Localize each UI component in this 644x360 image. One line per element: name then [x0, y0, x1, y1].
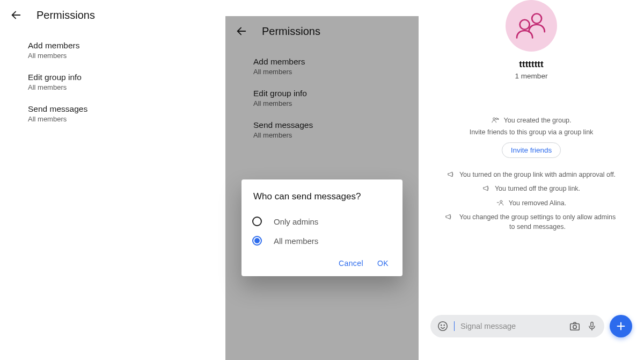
- back-arrow-icon[interactable]: [10, 9, 23, 21]
- radio-label: Only admins: [274, 217, 318, 226]
- member-count: 1 member: [515, 72, 548, 80]
- invite-hint: Invite friends to this group via a group…: [435, 127, 628, 137]
- group-avatar-icon[interactable]: [506, 0, 557, 52]
- svg-point-3: [520, 20, 530, 30]
- ok-button[interactable]: OK: [377, 259, 389, 268]
- megaphone-icon: [447, 170, 455, 178]
- send-messages-dialog: Who can send messages? Only admins All m…: [241, 179, 402, 276]
- setting-send-messages[interactable]: Send messages All members: [0, 98, 225, 129]
- system-link-off: You turned off the group link.: [435, 182, 628, 196]
- radio-only-admins[interactable]: Only admins: [252, 212, 392, 231]
- invite-friends-button[interactable]: Invite friends: [502, 142, 561, 158]
- composer: [430, 315, 604, 337]
- radio-all-members[interactable]: All members: [252, 231, 392, 250]
- system-text: You turned on the group link with admin …: [459, 170, 616, 179]
- svg-point-2: [532, 14, 541, 24]
- svg-point-9: [441, 325, 442, 326]
- svg-point-4: [493, 118, 495, 120]
- radio-icon: [252, 217, 262, 226]
- input-caret: [454, 321, 455, 332]
- camera-icon[interactable]: [569, 320, 581, 332]
- composer-bar: [430, 315, 632, 337]
- setting-add-members[interactable]: Add members All members: [0, 34, 225, 66]
- group-add-icon: [491, 116, 499, 124]
- setting-title: Edit group info: [28, 73, 197, 82]
- radio-label: All members: [274, 236, 318, 246]
- svg-point-6: [500, 200, 502, 203]
- dialog-actions: Cancel OK: [252, 259, 392, 271]
- system-text: You turned off the group link.: [495, 184, 580, 193]
- megaphone-icon: [445, 213, 453, 221]
- emoji-icon[interactable]: [437, 320, 449, 332]
- svg-point-10: [444, 325, 444, 326]
- svg-rect-11: [570, 323, 580, 330]
- setting-title: Add members: [28, 41, 197, 51]
- system-settings-changed: You changed the group settings to only a…: [435, 210, 628, 234]
- svg-point-8: [438, 322, 448, 331]
- radio-icon: [252, 236, 262, 246]
- setting-edit-group-info[interactable]: Edit group info All members: [0, 66, 225, 98]
- setting-value: All members: [28, 83, 197, 91]
- dialog-title: Who can send messages?: [252, 191, 392, 202]
- appbar: Permissions: [0, 0, 225, 30]
- svg-point-5: [496, 118, 497, 119]
- system-created: You created the group.: [435, 113, 628, 127]
- system-link-on: You turned on the group link with admin …: [435, 168, 628, 182]
- setting-value: All members: [28, 115, 197, 123]
- megaphone-icon: [482, 184, 491, 192]
- system-text: You changed the group settings to only a…: [457, 212, 618, 232]
- page-title: Permissions: [36, 9, 95, 21]
- system-text: You created the group.: [503, 116, 571, 125]
- settings-list: Add members All members Edit group info …: [0, 30, 225, 129]
- setting-title: Send messages: [28, 104, 197, 114]
- message-input[interactable]: [460, 322, 564, 330]
- svg-point-12: [573, 325, 576, 328]
- permissions-screen: Permissions Add members All members Edit…: [0, 0, 225, 344]
- mic-icon[interactable]: [586, 320, 598, 332]
- system-messages: You created the group. Invite friends to…: [419, 113, 644, 234]
- system-text: You removed Alina.: [509, 198, 566, 208]
- add-fab-button[interactable]: [610, 315, 632, 337]
- group-header: tttttttt 1 member: [419, 0, 644, 80]
- person-remove-icon: [496, 199, 504, 207]
- group-name[interactable]: tttttttt: [519, 59, 543, 70]
- permissions-dialog-screen: Permissions Add members All members Edit…: [225, 16, 419, 360]
- group-chat-screen: tttttttt 1 member You created the group.…: [419, 0, 644, 344]
- svg-rect-13: [591, 322, 593, 327]
- setting-value: All members: [28, 52, 197, 60]
- cancel-button[interactable]: Cancel: [339, 259, 363, 268]
- system-removed: You removed Alina.: [435, 196, 628, 210]
